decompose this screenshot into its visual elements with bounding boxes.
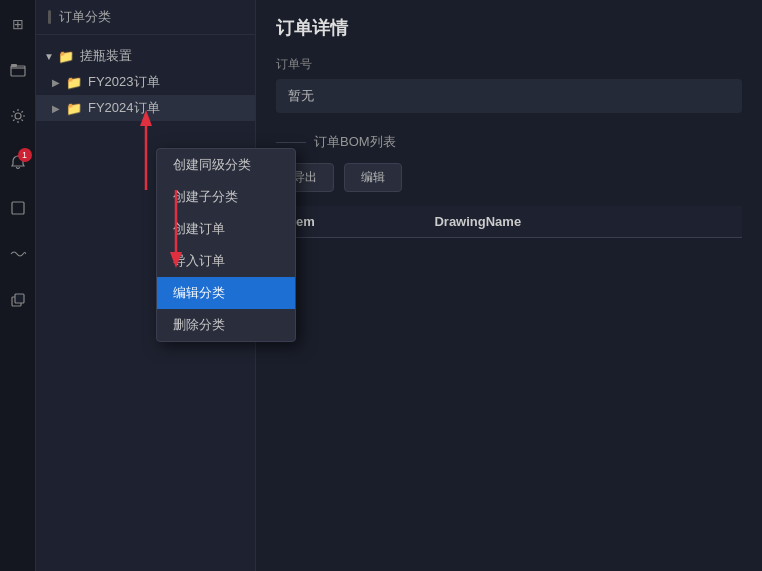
context-menu-item-create-child[interactable]: 创建子分类 [157, 181, 295, 213]
bom-section-label: 订单BOM列表 [314, 133, 396, 151]
right-panel: 订单详情 订单号 暂无 订单BOM列表 导出 编辑 Item DrawingNa… [256, 0, 762, 571]
tree-arrow-root: ▼ [44, 51, 58, 62]
panel-header: 订单分类 [36, 0, 255, 35]
svg-rect-1 [11, 64, 17, 67]
edit-button[interactable]: 编辑 [344, 163, 402, 192]
tree-node-fy2024[interactable]: ▶ 📁 FY2024订单 [36, 95, 255, 121]
tree-label-fy2024: FY2024订单 [88, 99, 247, 117]
box-icon[interactable] [4, 194, 32, 222]
folder-icon-fy2023: 📁 [66, 75, 82, 90]
folder-icon-fy2024: 📁 [66, 101, 82, 116]
svg-rect-3 [12, 202, 24, 214]
icon-sidebar: ⊞ 1 [0, 0, 36, 571]
context-menu-item-import-order[interactable]: 导入订单 [157, 245, 295, 277]
folder-icon-root: 📁 [58, 49, 74, 64]
settings-icon[interactable] [4, 102, 32, 130]
context-menu: 创建同级分类 创建子分类 创建订单 导入订单 编辑分类 删除分类 [156, 148, 296, 342]
context-menu-item-create-order[interactable]: 创建订单 [157, 213, 295, 245]
table-col-drawing-name: DrawingName [422, 206, 742, 238]
btn-row: 导出 编辑 [276, 163, 742, 192]
table-col-item: Item [276, 206, 422, 238]
tree-arrow-fy2024: ▶ [52, 103, 66, 114]
bom-section-divider: 订单BOM列表 [276, 133, 742, 151]
tree-label-root: 搓瓶装置 [80, 47, 247, 65]
panel-title: 订单分类 [59, 8, 111, 26]
tree-label-fy2023: FY2023订单 [88, 73, 247, 91]
main-content: 订单分类 ▼ 📁 搓瓶装置 ▶ 📁 FY2023订单 ▶ 📁 FY2024订单 [36, 0, 762, 571]
cube-icon[interactable] [4, 286, 32, 314]
context-menu-item-edit-category[interactable]: 编辑分类 [157, 277, 295, 309]
svg-rect-5 [15, 294, 24, 303]
folder-nav-icon[interactable] [4, 56, 32, 84]
svg-point-2 [15, 113, 21, 119]
layers-icon[interactable]: ⊞ [4, 10, 32, 38]
bom-table: Item DrawingName [276, 206, 742, 238]
divider-line [276, 142, 306, 143]
wave-icon[interactable] [4, 240, 32, 268]
order-number-label: 订单号 [276, 56, 742, 73]
alert-icon[interactable]: 1 [4, 148, 32, 176]
left-panel: 订单分类 ▼ 📁 搓瓶装置 ▶ 📁 FY2023订单 ▶ 📁 FY2024订单 [36, 0, 256, 571]
order-number-section: 订单号 暂无 [276, 56, 742, 113]
context-menu-item-create-sibling[interactable]: 创建同级分类 [157, 149, 295, 181]
right-panel-title: 订单详情 [276, 16, 742, 40]
context-menu-item-delete-category[interactable]: 删除分类 [157, 309, 295, 341]
tree-arrow-fy2023: ▶ [52, 77, 66, 88]
tree-node-fy2023[interactable]: ▶ 📁 FY2023订单 [36, 69, 255, 95]
tree-node-root[interactable]: ▼ 📁 搓瓶装置 [36, 43, 255, 69]
order-number-value: 暂无 [276, 79, 742, 113]
